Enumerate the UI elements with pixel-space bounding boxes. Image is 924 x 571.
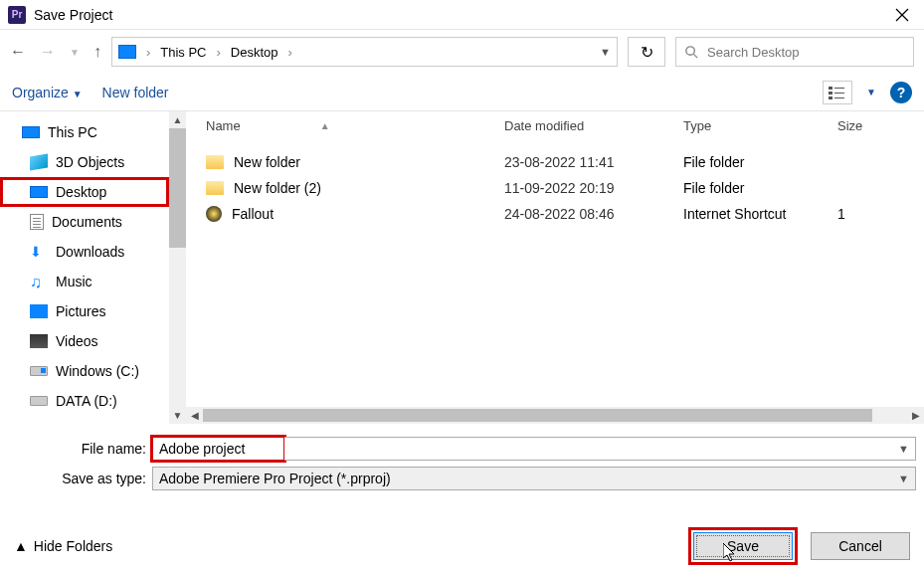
folder-tree[interactable]: This PC 3D Objects Desktop Documents ⬇Do… <box>0 111 169 424</box>
file-name: New folder (2) <box>234 180 321 196</box>
close-icon <box>895 8 909 22</box>
tree-pictures[interactable]: Pictures <box>0 296 169 326</box>
saveastype-row: Save as type: Adobe Premiere Pro Project… <box>8 464 916 493</box>
tree-windows-c[interactable]: Windows (C:) <box>0 356 169 386</box>
file-row[interactable]: New folder23-08-2022 11:41File folder <box>186 149 924 175</box>
sort-icon: ▲ <box>320 120 330 131</box>
horizontal-scrollbar[interactable]: ◀ ▶ <box>186 407 924 424</box>
disk-icon <box>30 396 48 406</box>
saveastype-value: Adobe Premiere Pro Project (*.prproj) <box>159 471 391 486</box>
tree-label: Downloads <box>56 244 124 260</box>
scroll-thumb[interactable] <box>203 409 872 422</box>
column-name[interactable]: Name▲ <box>186 118 504 133</box>
tree-data-d[interactable]: DATA (D:) <box>0 386 169 416</box>
tree-label: DATA (D:) <box>56 393 117 409</box>
tree-label: Documents <box>52 214 122 230</box>
back-button[interactable]: ← <box>10 43 26 61</box>
file-type: File folder <box>683 154 837 170</box>
window-title: Save Project <box>34 7 112 23</box>
scroll-down-icon[interactable]: ▼ <box>169 407 186 424</box>
hide-folders-button[interactable]: ▲ Hide Folders <box>14 538 112 554</box>
chevron-right-icon: › <box>142 45 154 60</box>
help-button[interactable]: ? <box>890 82 912 103</box>
file-date: 23-08-2022 11:41 <box>504 154 683 170</box>
scroll-right-icon[interactable]: ▶ <box>907 410 924 421</box>
filename-input[interactable]: Adobe project <box>152 437 284 461</box>
tree-3d-objects[interactable]: 3D Objects <box>0 147 169 177</box>
tree-label: 3D Objects <box>56 154 124 170</box>
tree-this-pc[interactable]: This PC <box>0 117 169 147</box>
file-list: Name▲ Date modified Type Size New folder… <box>186 111 924 424</box>
tree-scrollbar[interactable]: ▲ ▼ <box>169 111 186 424</box>
breadcrumb-thispc[interactable]: This PC <box>160 45 206 60</box>
this-pc-icon <box>118 45 136 59</box>
hide-folders-label: Hide Folders <box>34 538 112 554</box>
monitor-icon <box>22 126 40 138</box>
save-label: Save <box>727 538 759 554</box>
scroll-track[interactable] <box>203 407 907 424</box>
close-button[interactable] <box>888 1 916 29</box>
app-icon: Pr <box>8 6 26 24</box>
download-icon: ⬇ <box>30 244 48 260</box>
help-icon: ? <box>897 85 906 100</box>
address-bar[interactable]: › This PC › Desktop › ▼ <box>111 37 618 67</box>
new-folder-button[interactable]: New folder <box>102 85 169 100</box>
svg-rect-4 <box>829 87 832 90</box>
recent-dropdown[interactable]: ▼ <box>70 47 80 58</box>
file-size: 1 <box>837 206 924 222</box>
svg-rect-5 <box>834 88 844 89</box>
saveastype-label: Save as type: <box>8 471 152 486</box>
document-icon <box>30 214 44 230</box>
svg-rect-8 <box>829 96 832 99</box>
up-button[interactable]: ↑ <box>93 43 101 61</box>
tree-label: Pictures <box>56 303 106 319</box>
address-dropdown[interactable]: ▼ <box>600 46 611 58</box>
disk-icon <box>30 366 48 376</box>
scroll-thumb[interactable] <box>169 128 186 248</box>
file-date: 24-08-2022 08:46 <box>504 206 683 222</box>
column-size[interactable]: Size <box>837 118 924 133</box>
file-name: Fallout <box>232 206 274 222</box>
file-date: 11-09-2022 20:19 <box>504 180 683 196</box>
cancel-button[interactable]: Cancel <box>811 532 910 560</box>
filename-row: File name: Adobe project ▼ <box>8 434 916 464</box>
tree-downloads[interactable]: ⬇Downloads <box>0 237 169 267</box>
scroll-left-icon[interactable]: ◀ <box>186 410 203 421</box>
chevron-down-icon[interactable]: ▼ <box>898 473 909 484</box>
nav-arrows: ← → ▼ ↑ <box>10 43 101 61</box>
svg-rect-9 <box>834 97 844 98</box>
view-dropdown[interactable]: ▼ <box>866 87 876 97</box>
column-date[interactable]: Date modified <box>504 118 683 133</box>
file-type: Internet Shortcut <box>683 206 837 222</box>
svg-point-2 <box>686 46 694 54</box>
search-input[interactable]: Search Desktop <box>675 37 914 67</box>
tree-desktop[interactable]: Desktop <box>0 177 169 207</box>
chevron-down-icon[interactable]: ▼ <box>898 443 909 455</box>
scroll-up-icon[interactable]: ▲ <box>169 111 186 128</box>
tree-videos[interactable]: Videos <box>0 326 169 356</box>
cube-icon <box>30 153 48 170</box>
tree-music[interactable]: ♫Music <box>0 267 169 296</box>
saveastype-combo[interactable]: Adobe Premiere Pro Project (*.prproj) ▼ <box>152 467 916 490</box>
titlebar: Pr Save Project <box>0 0 924 30</box>
view-options-button[interactable] <box>823 81 852 104</box>
organize-button[interactable]: Organize ▼ <box>12 85 83 100</box>
svg-line-3 <box>693 54 697 58</box>
column-type[interactable]: Type <box>683 118 837 133</box>
chevron-up-icon: ▲ <box>14 538 28 554</box>
forward-button[interactable]: → <box>40 43 56 61</box>
save-button[interactable]: Save <box>693 532 793 560</box>
filename-label: File name: <box>8 441 152 457</box>
file-row[interactable]: New folder (2)11-09-2022 20:19File folde… <box>186 175 924 201</box>
tree-label: Videos <box>56 333 98 349</box>
file-name: New folder <box>234 154 300 170</box>
monitor-icon <box>30 186 48 198</box>
column-headers: Name▲ Date modified Type Size <box>186 111 924 139</box>
tree-documents[interactable]: Documents <box>0 207 169 237</box>
filename-input-extend[interactable]: ▼ <box>284 437 916 461</box>
file-row[interactable]: Fallout24-08-2022 08:46Internet Shortcut… <box>186 201 924 227</box>
nav-row: ← → ▼ ↑ › This PC › Desktop › ▼ ↻ Search… <box>0 30 924 74</box>
video-icon <box>30 334 48 348</box>
breadcrumb-desktop[interactable]: Desktop <box>231 45 278 60</box>
refresh-button[interactable]: ↻ <box>628 37 665 67</box>
